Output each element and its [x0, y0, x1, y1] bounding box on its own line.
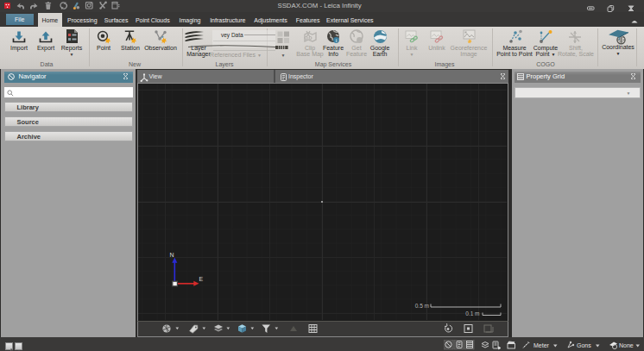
svg-text:N: N [169, 251, 174, 257]
svg-text:vey Data: vey Data [221, 32, 243, 39]
svg-text:0.5 m: 0.5 m [414, 302, 428, 308]
svg-text:0.1 m: 0.1 m [465, 310, 479, 317]
svg-text:Meter: Meter [534, 342, 550, 348]
svg-text:Gons: Gons [577, 342, 591, 348]
svg-text:None: None [619, 342, 634, 348]
svg-text:E: E [199, 275, 203, 281]
